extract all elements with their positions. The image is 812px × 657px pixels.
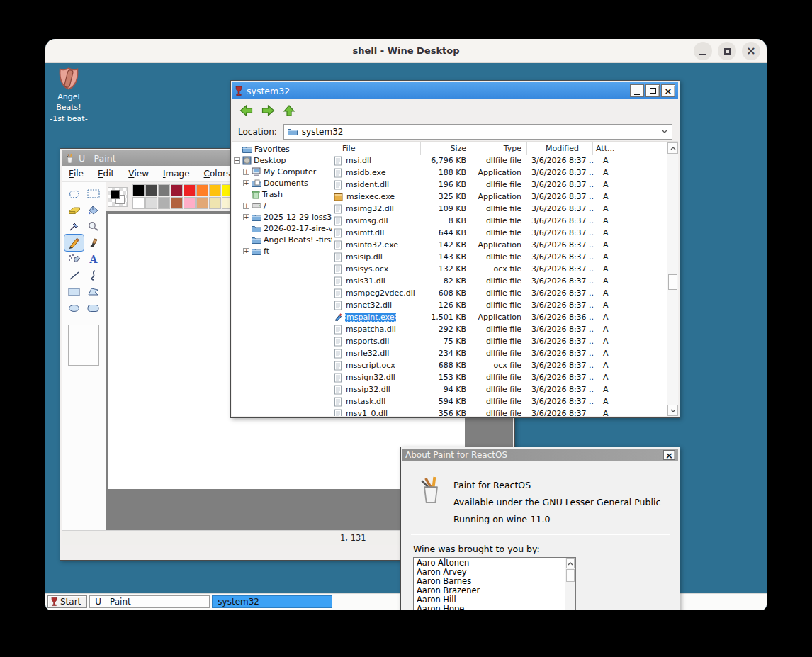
file-row-msident-dll[interactable]: msident.dll196 KBdllfile file3/6/2026 8:… [332,179,667,191]
palette-color-swatch[interactable] [158,197,170,209]
menu-image[interactable]: Image [156,166,197,181]
palette-color-swatch[interactable] [171,197,183,209]
tree-item-2026-02-17-sire-v5[interactable]: 2026-02-17-sire-v5 [232,223,332,234]
column-header-file[interactable]: File [332,142,421,155]
tool-polygon[interactable] [84,283,103,300]
file-row-msimg32-dll[interactable]: msimg32.dll109 KBdllfile file3/6/2026 8:… [332,203,667,215]
tree-item-angel-beats-first-b[interactable]: Angel Beats! -first b [232,234,332,245]
tool-rectangle[interactable] [64,283,84,300]
tree-item-trash[interactable]: Trash [232,189,332,200]
file-row-msisip-dll[interactable]: msisip.dll143 KBdllfile file3/6/2026 8:3… [332,251,667,263]
explorer-titlebar[interactable]: system32 × [232,82,678,99]
file-row-msiexec-exe[interactable]: msiexec.exe325 KBApplication3/6/2026 8:3… [332,191,667,203]
up-button[interactable] [283,104,295,117]
tree-item-desktop[interactable]: −Desktop [232,155,332,166]
tool-magnifier[interactable] [84,218,103,235]
about-close-button[interactable]: × [663,450,675,460]
explorer-close-button[interactable]: × [661,84,675,97]
file-row-msinfo32-exe[interactable]: msinfo32.exe142 KBApplication3/6/2026 8:… [332,239,667,251]
location-combobox[interactable]: system32 [283,124,672,140]
tree-item-ft[interactable]: +ft [232,245,332,257]
scrollbar-thumb[interactable] [668,274,677,290]
expand-toggle[interactable]: + [243,169,249,175]
wine-desktop[interactable]: Angel Beats! -1st beat- U - Paint FileEd… [45,63,767,610]
minimize-button[interactable] [694,42,712,60]
tool-brush[interactable] [84,235,103,251]
file-row-msmpeg2vdec-dll[interactable]: msmpeg2vdec.dll608 KBdllfile file3/6/202… [332,287,667,299]
file-row-msv1-0-dll[interactable]: msv1_0.dll356 KBdllfile file3/6/2026 8:3… [332,408,667,416]
file-row-msrle32-dll[interactable]: msrle32.dll234 KBdllfile file3/6/2026 8:… [332,347,667,359]
palette-color-swatch[interactable] [209,197,221,209]
tool-airbrush[interactable] [64,251,84,267]
window-headerbar[interactable]: shell - Wine Desktop × [45,39,767,63]
file-row-msnet32-dll[interactable]: msnet32.dll126 KBdllfile file3/6/2026 8:… [332,299,667,311]
palette-color-swatch[interactable] [145,184,157,196]
tool-curve[interactable] [84,267,103,283]
palette-color-swatch[interactable] [171,184,183,196]
desktop-icon-angel-beats[interactable]: Angel Beats! -1st beat- [45,67,92,124]
palette-color-swatch[interactable] [158,184,170,196]
file-row-msports-dll[interactable]: msports.dll75 KBdllfile file3/6/2026 8:3… [332,335,667,347]
tool-rect-select[interactable] [84,186,103,202]
maximize-button[interactable] [718,42,736,60]
tool-free-form-select[interactable] [64,186,84,202]
tool-ellipse[interactable] [64,300,84,316]
scroll-down-button[interactable] [667,405,678,416]
collapse-toggle[interactable]: − [234,157,240,164]
forward-button[interactable] [261,104,276,117]
tree-item-favorites[interactable]: Favorites [232,143,332,155]
explorer-minimize-button[interactable] [630,84,644,97]
column-header-size[interactable]: Size [421,142,473,155]
palette-color-swatch[interactable] [132,197,145,209]
file-row-mspatcha-dll[interactable]: mspatcha.dll292 KBdllfile file3/6/2026 8… [332,323,667,335]
tool-rounded-rectangle[interactable] [84,300,103,316]
expand-toggle[interactable]: + [243,214,249,220]
palette-color-swatch[interactable] [209,184,221,196]
start-button[interactable]: Start [47,595,87,608]
expand-toggle[interactable]: + [243,203,249,209]
scrollbar-thumb[interactable] [566,569,575,582]
scrollbar-track[interactable] [667,154,678,405]
file-row-msimtf-dll[interactable]: msimtf.dll644 KBdllfile file3/6/2026 8:3… [332,227,667,239]
close-button[interactable]: × [742,42,760,60]
menu-file[interactable]: File [62,166,91,181]
file-row-msi-dll[interactable]: msi.dll6,796 KBdllfile file3/6/2026 8:37… [332,155,667,167]
credits-listbox[interactable]: Aaro AltonenAaron ArveyAaron BarnesAaron… [413,557,576,610]
column-header-attributes[interactable]: Att... [593,142,619,155]
file-row-msidb-exe[interactable]: msidb.exe188 KBApplication3/6/2026 8:37 … [332,167,667,179]
tool-color-picker[interactable] [64,218,84,235]
column-header-type[interactable]: Type [473,142,527,155]
tree-item-documents[interactable]: +Documents [232,177,332,189]
tool-pencil[interactable] [64,235,84,251]
menu-edit[interactable]: Edit [91,166,121,181]
menu-view[interactable]: View [121,166,156,181]
tree-item-my-computer[interactable]: +My Computer [232,166,332,177]
location-dropdown-button[interactable] [658,125,672,139]
taskbar-button-system32[interactable]: system32 [212,595,332,608]
palette-color-swatch[interactable] [196,184,208,196]
expand-toggle[interactable]: + [243,248,249,254]
palette-color-swatch[interactable] [184,197,196,209]
current-colors-well[interactable] [108,187,128,207]
tool-fill[interactable] [84,202,103,218]
palette-color-swatch[interactable] [184,184,196,196]
file-row-msisys-ocx[interactable]: msisys.ocx132 KBocx file3/6/2026 8:37 ..… [332,263,667,275]
tool-text[interactable]: A [84,251,103,267]
scroll-up-button[interactable] [667,142,678,154]
palette-color-swatch[interactable] [196,197,208,209]
file-row-mssign32-dll[interactable]: mssign32.dll153 KBdllfile file3/6/2026 8… [332,371,667,383]
tool-line[interactable] [64,267,84,283]
file-list-scrollbar[interactable] [667,142,678,416]
file-row-mspaint-exe[interactable]: mspaint.exe1,501 KBApplication3/6/2026 8… [332,311,667,323]
tree-item-2025-12-29-loss32[interactable]: +2025-12-29-loss32- [232,211,332,223]
about-titlebar[interactable]: About Paint for ReactOS × [402,449,678,461]
taskbar-button-u-paint[interactable]: U - Paint [89,595,210,608]
file-row-mssip32-dll[interactable]: mssip32.dll94 KBdllfile file3/6/2026 8:3… [332,383,667,395]
palette-color-swatch[interactable] [132,184,145,196]
tool-eraser[interactable] [64,202,84,218]
file-row-msimsg-dll[interactable]: msimsg.dll8 KBdllfile file3/6/2026 8:37 … [332,215,667,227]
tool-options-box[interactable] [68,325,99,366]
scroll-up-button[interactable] [566,558,575,568]
file-row-mstask-dll[interactable]: mstask.dll594 KBdllfile file3/6/2026 8:3… [332,395,667,408]
explorer-maximize-button[interactable] [645,84,660,97]
